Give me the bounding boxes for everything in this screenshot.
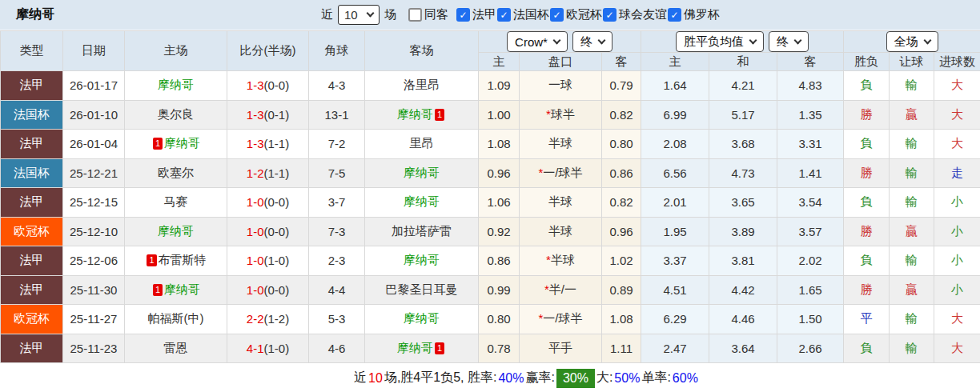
chevron-down-icon — [749, 36, 757, 44]
half-time-score: (0-0) — [264, 225, 290, 238]
handicap-cell: *半/一 — [520, 275, 602, 305]
asia-away-odds: 1.02 — [602, 246, 641, 276]
handicap-value: 半/一 — [549, 282, 576, 296]
euro-draw-odds: 4.21 — [709, 71, 777, 101]
red-card-badge: 1 — [147, 254, 156, 266]
handicap-cell: 半球 — [520, 217, 602, 246]
col-header-date: 日期 — [63, 31, 125, 71]
checkbox-club-friendly[interactable]: ✓ 球会友谊 — [603, 7, 668, 22]
result-handicap-cell: 贏 — [890, 100, 934, 130]
red-card-badge: 1 — [153, 284, 163, 296]
checkbox-checked-icon[interactable]: ✓ — [603, 8, 617, 22]
away-team-cell: 摩纳哥 — [365, 246, 479, 276]
score-cell: 1-0(1-0) — [227, 246, 309, 276]
table-row: 法甲 26-01-17 摩纳哥 1-3(0-0) 4-3 洛里昂 1.09 一球… — [1, 71, 980, 101]
result-wdl-cell: 勝 — [844, 275, 890, 305]
team-title: 摩纳哥 — [16, 6, 54, 23]
checkbox-checked-icon[interactable]: ✓ — [668, 8, 681, 22]
asia-odds-time-select[interactable]: 终 — [572, 31, 612, 52]
result-handicap-cell: 輸 — [890, 334, 934, 363]
euro-odds-time-select[interactable]: 终 — [769, 31, 809, 52]
euro-odds-type-select[interactable]: 胜平负均值 — [676, 31, 764, 52]
match-scope-select[interactable]: 全场 — [886, 31, 938, 52]
corners-cell: 5-3 — [309, 305, 365, 334]
result-handicap-cell: 輸 — [890, 246, 934, 276]
red-card-badge: 1 — [153, 138, 163, 150]
corners-cell: 7-5 — [309, 158, 365, 188]
checkbox-unchecked-icon[interactable] — [408, 8, 422, 22]
full-time-score: 1-2 — [247, 166, 264, 180]
date-cell: 25-12-21 — [63, 158, 125, 188]
col-header-asia-away: 客 — [602, 53, 641, 71]
score-cell: 2-2(1-2) — [227, 305, 309, 334]
result-wdl-cell: 負 — [844, 334, 890, 363]
euro-home-odds: 4.51 — [641, 275, 709, 305]
away-team-cell: 摩纳哥1 — [365, 100, 479, 130]
checkbox-other-cup[interactable]: ✓ 佛罗杯 — [668, 7, 721, 22]
asia-away-odds: 0.86 — [602, 158, 641, 188]
asia-odds-time-value: 终 — [580, 34, 592, 50]
euro-draw-odds: 3.64 — [709, 334, 777, 363]
asia-away-odds: 0.82 — [602, 100, 641, 130]
asia-away-odds: 0.89 — [602, 275, 641, 305]
col-header-result-handicap: 让球 — [890, 53, 934, 71]
euro-odds-time-value: 终 — [777, 34, 789, 50]
away-team-name: 里昂 — [410, 136, 434, 150]
half-time-score: (1-0) — [264, 342, 290, 355]
result-handicap-cell: 輸 — [890, 71, 934, 101]
handicap-cell: *球半 — [520, 100, 602, 130]
checkbox-checked-icon[interactable]: ✓ — [550, 8, 564, 22]
away-team-name: 摩纳哥 — [404, 194, 440, 208]
checkbox-checked-icon[interactable]: ✓ — [497, 8, 511, 22]
euro-away-odds: 3.31 — [777, 130, 844, 159]
euro-home-odds: 1.95 — [641, 217, 709, 246]
euro-draw-odds: 4.73 — [709, 158, 777, 188]
corners-cell: 7-3 — [309, 217, 365, 246]
chevron-down-icon — [367, 10, 375, 18]
league-badge: 法甲 — [1, 334, 63, 363]
checkbox-same-away[interactable]: 同客 — [408, 7, 449, 22]
summary-record: 场,胜4平1负5, 胜率: — [384, 370, 496, 386]
full-time-score: 1-0 — [247, 195, 264, 209]
checkbox-label: 法国杯 — [513, 7, 549, 22]
result-handicap-cell: 贏 — [890, 217, 934, 246]
col-header-type: 类型 — [1, 31, 63, 71]
result-wdl-cell: 勝 — [844, 158, 890, 188]
match-count-select[interactable]: 10 — [338, 5, 380, 25]
asia-home-odds: 0.86 — [479, 246, 520, 276]
odds-source-select[interactable]: Crow* — [507, 31, 568, 52]
red-card-badge: 1 — [435, 109, 444, 121]
euro-away-odds: 4.83 — [777, 71, 844, 101]
score-cell: 1-0(0-0) — [227, 217, 309, 246]
handicap-cell: 一球 — [520, 71, 602, 101]
checkbox-label: 欧冠杯 — [566, 7, 602, 22]
corners-cell: 2-3 — [309, 246, 365, 276]
checkbox-french-cup[interactable]: ✓ 法国杯 — [497, 7, 550, 22]
col-header-result-wdl: 胜负 — [844, 53, 890, 71]
half-time-score: (0-0) — [264, 195, 290, 209]
away-team-name: 巴黎圣日耳曼 — [386, 282, 458, 296]
euro-draw-odds: 4.46 — [709, 305, 777, 334]
col-header-home: 主场 — [125, 31, 227, 71]
league-badge: 法甲 — [1, 246, 63, 276]
euro-odds-group-header: 胜平负均值 终 — [641, 31, 844, 53]
home-team-name: 奥尔良 — [158, 107, 194, 121]
date-cell: 26-01-17 — [63, 71, 125, 101]
euro-home-odds: 2.01 — [641, 188, 709, 218]
asia-home-odds: 1.06 — [479, 188, 520, 218]
home-team-name: 摩纳哥 — [158, 224, 194, 238]
away-team-name: 加拉塔萨雷 — [392, 224, 452, 238]
table-row: 法国杯 25-12-21 欧塞尔 1-2(1-1) 7-5 摩纳哥 0.96 *… — [1, 158, 980, 188]
result-goals-cell: 大 — [934, 100, 980, 130]
home-team-cell: 摩纳哥 — [125, 217, 227, 246]
chevron-down-icon — [597, 36, 605, 44]
euro-draw-odds: 3.81 — [709, 246, 777, 276]
checkbox-ligue1[interactable]: ✓ 法甲 — [456, 7, 497, 22]
checkbox-checked-icon[interactable]: ✓ — [456, 8, 470, 22]
checkbox-ucl[interactable]: ✓ 欧冠杯 — [550, 7, 603, 22]
result-wdl-cell: 負 — [844, 188, 890, 218]
checkbox-label: 法甲 — [472, 7, 496, 22]
home-team-cell: 摩纳哥 — [125, 71, 227, 101]
euro-away-odds: 2.66 — [777, 334, 844, 363]
full-time-score: 2-2 — [247, 312, 264, 326]
